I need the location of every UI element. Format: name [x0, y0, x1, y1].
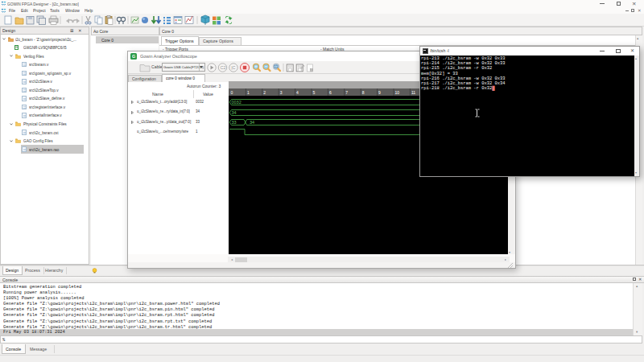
- svg-text:8: 8: [362, 90, 365, 95]
- svg-text:10: 10: [395, 90, 400, 95]
- svg-text:2: 2: [263, 90, 266, 95]
- svg-text:34: 34: [250, 120, 254, 125]
- svg-text:33: 33: [232, 120, 237, 125]
- svg-text:4: 4: [296, 90, 299, 95]
- svg-text:3: 3: [280, 90, 283, 95]
- svg-text:|C: |C: [231, 65, 235, 70]
- svg-text:1: 1: [247, 90, 250, 95]
- svg-text:34: 34: [232, 110, 237, 115]
- svg-text:0: 0: [231, 90, 233, 95]
- svg-text:0032: 0032: [232, 100, 242, 105]
- svg-text:7: 7: [345, 90, 348, 95]
- svg-text:9: 9: [378, 90, 381, 95]
- svg-text:C2: C2: [221, 65, 226, 70]
- svg-text:5: 5: [313, 90, 316, 95]
- svg-text:11: 11: [411, 90, 415, 95]
- svg-text:6: 6: [329, 90, 332, 95]
